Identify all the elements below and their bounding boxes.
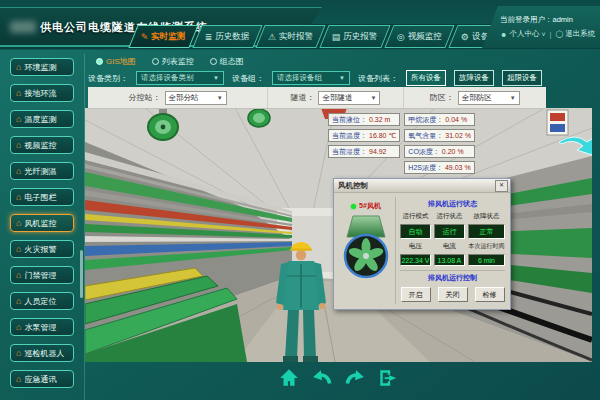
video-icon: ◎ bbox=[397, 32, 405, 41]
sidebar-item-temperature[interactable]: ⌂温度监测 bbox=[10, 110, 74, 128]
home-icon: ⌂ bbox=[16, 141, 21, 150]
wall-poster bbox=[547, 110, 568, 135]
runtime-value: 6 min bbox=[468, 254, 505, 266]
radio-gis-map[interactable]: GIS地图 bbox=[96, 56, 136, 67]
status-led bbox=[351, 204, 356, 209]
voltage-value: 222.34 V bbox=[400, 254, 431, 266]
tunnel-3d-viewport[interactable]: 当前液位：0.32 m 当前温度：16.80 ℃ 当前湿度：94.92 甲烷浓度… bbox=[85, 108, 592, 362]
fan-stop-button[interactable]: 关闭 bbox=[438, 287, 468, 302]
chevron-down-icon: ▼ bbox=[370, 95, 376, 101]
fan-service-button[interactable]: 检修 bbox=[475, 287, 505, 302]
run-state-value: 运行 bbox=[434, 224, 465, 239]
chevron-down-icon: ▼ bbox=[217, 95, 223, 101]
chevron-down-icon: ▼ bbox=[213, 75, 219, 81]
status-section-header: 排风机运行状态 bbox=[400, 199, 505, 209]
control-section-header: 排风机运行控制 bbox=[400, 273, 505, 283]
sidebar-item-fire-alarm[interactable]: ⌂火灾报警 bbox=[10, 240, 74, 258]
temperature-chip: 当前温度：16.80 ℃ bbox=[328, 129, 400, 142]
zone-select[interactable]: 全部防区▼ bbox=[458, 91, 520, 105]
fault-state-value: 正常 bbox=[468, 224, 505, 239]
substation-label: 分控站： bbox=[129, 92, 161, 103]
sidebar-item-efence[interactable]: ⌂电子围栏 bbox=[10, 188, 74, 206]
home-icon: ⌂ bbox=[16, 89, 21, 98]
power-icon: ◯ bbox=[555, 30, 563, 38]
device-list-label: 设备列表： bbox=[358, 73, 398, 84]
fan-graphic-icon bbox=[340, 214, 392, 280]
home-icon: ⌂ bbox=[16, 323, 21, 332]
fan-control-dialog: 风机控制 ✕ 5#风机 bbox=[333, 178, 511, 310]
overlimit-devices-button[interactable]: 超限设备 bbox=[502, 70, 542, 86]
zone-label: 防区： bbox=[430, 92, 454, 103]
level-chip: 当前液位：0.32 m bbox=[328, 113, 400, 126]
profile-menu[interactable]: ☻ 个人中心 ˅ bbox=[500, 29, 545, 39]
tunnel-label: 隧道： bbox=[290, 92, 314, 103]
home-icon: ⌂ bbox=[16, 375, 21, 384]
realtime-monitor-icon: ✎ bbox=[141, 32, 149, 41]
device-toolbar: 设备类别： 请选择设备类别▼ 设备组： 请选择设备组▼ 设备列表： 所有设备 故… bbox=[88, 70, 542, 86]
sidebar-item-access-control[interactable]: ⌂门禁管理 bbox=[10, 266, 74, 284]
home-icon: ⌂ bbox=[16, 219, 21, 228]
history-data-icon: ≣ bbox=[205, 32, 213, 41]
person-icon: ☻ bbox=[500, 31, 507, 38]
sidebar-item-personnel[interactable]: ⌂人员定位 bbox=[10, 292, 74, 310]
tab-history-alarm[interactable]: ▤历史报警 bbox=[320, 25, 391, 48]
radio-list-monitor[interactable]: 列表监控 bbox=[152, 56, 194, 67]
device-type-label: 设备类别： bbox=[88, 73, 128, 84]
device-group-label: 设备组： bbox=[232, 73, 264, 84]
home-button[interactable] bbox=[278, 367, 300, 389]
sidebar-item-fiber-temp[interactable]: ⌂光纤测温 bbox=[10, 162, 74, 180]
divider: | bbox=[549, 30, 551, 39]
home-icon: ⌂ bbox=[16, 271, 21, 280]
radio-dot bbox=[152, 58, 159, 65]
current-value: 13.08 A bbox=[434, 254, 465, 266]
home-icon bbox=[278, 367, 300, 389]
fault-devices-button[interactable]: 故障设备 bbox=[454, 70, 494, 86]
sidebar-item-ground-current[interactable]: ⌂接地环流 bbox=[10, 84, 74, 102]
forward-arrow-icon bbox=[344, 367, 366, 389]
sidebar-item-fan-monitor[interactable]: ⌂风机监控 bbox=[10, 214, 74, 232]
home-icon: ⌂ bbox=[16, 349, 21, 358]
tunnel-select[interactable]: 全部隧道▼ bbox=[318, 91, 380, 105]
sidebar-item-environment[interactable]: ⌂环境监测 bbox=[10, 58, 74, 76]
redacted-company-name bbox=[10, 21, 36, 33]
home-icon: ⌂ bbox=[16, 193, 21, 202]
dialog-titlebar: 风机控制 ✕ bbox=[334, 179, 510, 193]
gear-icon: ⚙ bbox=[461, 32, 469, 41]
sidebar-scrollbar[interactable] bbox=[80, 250, 83, 298]
exit-button[interactable] bbox=[377, 367, 399, 389]
radio-dot bbox=[96, 58, 103, 65]
home-icon: ⌂ bbox=[16, 115, 21, 124]
back-arrow-icon bbox=[311, 367, 333, 389]
filter-bar: 分控站： 全部分站▼ 隧道： 全部隧道▼ 防区： 全部防区▼ bbox=[88, 87, 546, 109]
methane-chip: 甲烷浓度：0.04 % bbox=[404, 113, 475, 126]
back-button[interactable] bbox=[311, 367, 333, 389]
sidebar-item-pump[interactable]: ⌂水泵管理 bbox=[10, 318, 74, 336]
logout-button[interactable]: ◯ 退出系统 bbox=[555, 29, 595, 39]
home-icon: ⌂ bbox=[16, 245, 21, 254]
close-icon[interactable]: ✕ bbox=[495, 180, 508, 192]
exit-icon bbox=[377, 367, 399, 389]
chevron-down-icon: ▼ bbox=[339, 75, 345, 81]
sensor-chip-panel: 当前液位：0.32 m 当前温度：16.80 ℃ 当前湿度：94.92 甲烷浓度… bbox=[328, 113, 475, 174]
all-devices-button[interactable]: 所有设备 bbox=[406, 70, 446, 86]
tab-video-monitor[interactable]: ◎视频监控 bbox=[384, 25, 454, 48]
substation-select[interactable]: 全部分站▼ bbox=[165, 91, 227, 105]
user-panel: 当前登录用户：admin ☻ 个人中心 ˅ | ◯ 退出系统 bbox=[482, 6, 600, 48]
forward-button[interactable] bbox=[344, 367, 366, 389]
sidebar-item-video[interactable]: ⌂视频监控 bbox=[10, 136, 74, 154]
tab-history-data[interactable]: ≣历史数据 bbox=[192, 25, 262, 48]
co-chip: CO浓度：0.20 % bbox=[404, 145, 475, 158]
sidebar-item-robot[interactable]: ⌂巡检机器人 bbox=[10, 344, 74, 362]
radio-scada-view[interactable]: 组态图 bbox=[210, 56, 244, 67]
fan-start-button[interactable]: 开启 bbox=[401, 287, 431, 302]
tab-realtime-monitor[interactable]: ✎实时监测 bbox=[128, 25, 198, 48]
device-type-select[interactable]: 请选择设备类别▼ bbox=[136, 71, 224, 85]
radio-dot bbox=[210, 58, 217, 65]
home-icon: ⌂ bbox=[16, 297, 21, 306]
device-group-select[interactable]: 请选择设备组▼ bbox=[272, 71, 350, 85]
sidebar-item-emergency-comm[interactable]: ⌂应急通讯 bbox=[10, 370, 74, 388]
history-alarm-icon: ▤ bbox=[332, 32, 341, 41]
alarm-icon: ⚠ bbox=[268, 32, 276, 41]
tab-realtime-alarm[interactable]: ⚠实时报警 bbox=[255, 25, 325, 48]
home-icon: ⌂ bbox=[16, 167, 21, 176]
